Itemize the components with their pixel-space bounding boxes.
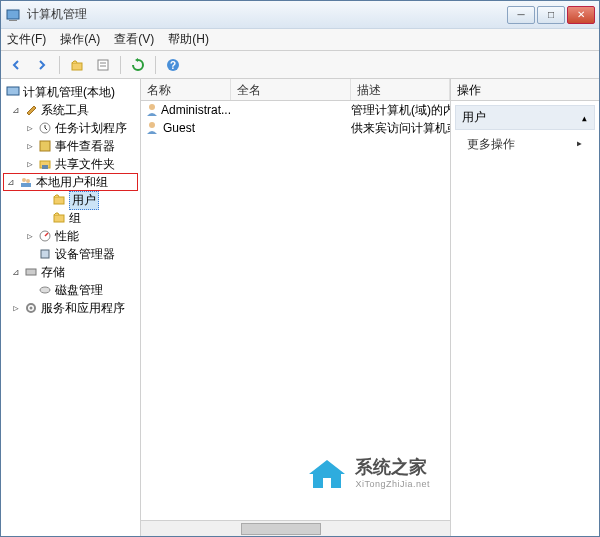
watermark-logo: 系统之家 XiTongZhiJia.net xyxy=(305,452,430,492)
list-body[interactable]: Administrat...管理计算机(域)的内置帐户Guest供来宾访问计算机… xyxy=(141,101,450,520)
folder-icon xyxy=(51,210,67,226)
svg-rect-2 xyxy=(72,63,82,70)
shared-folder-icon xyxy=(37,156,53,172)
navigation-tree[interactable]: 计算机管理(本地) ⊿ 系统工具 ▷ 任务计划程序 ▷ 事件查看器 ▷ 共享文件… xyxy=(1,79,141,536)
collapse-icon[interactable]: ⊿ xyxy=(11,105,21,115)
toolbar-separator xyxy=(59,56,60,74)
svg-rect-0 xyxy=(7,10,19,19)
horizontal-scrollbar[interactable] xyxy=(141,520,450,536)
svg-text:?: ? xyxy=(170,60,176,71)
device-icon xyxy=(37,246,53,262)
expand-icon[interactable]: ▷ xyxy=(25,141,35,151)
tree-device-manager[interactable]: 设备管理器 xyxy=(3,245,138,263)
actions-header: 操作 xyxy=(451,79,599,101)
list-item[interactable]: Guest供来宾访问计算机或访问域 xyxy=(141,119,450,137)
titlebar[interactable]: 计算机管理 ─ □ ✕ xyxy=(1,1,599,29)
tree-storage[interactable]: ⊿ 存储 xyxy=(3,263,138,281)
list-header: 名称 全名 描述 xyxy=(141,79,450,101)
tree-task-scheduler[interactable]: ▷ 任务计划程序 xyxy=(3,119,138,137)
toolbar-separator xyxy=(155,56,156,74)
app-window: 计算机管理 ─ □ ✕ 文件(F) 操作(A) 查看(V) 帮助(H) ? 计算… xyxy=(0,0,600,537)
maximize-button[interactable]: □ xyxy=(537,6,565,24)
svg-rect-26 xyxy=(323,478,331,488)
tree-performance[interactable]: ▷ 性能 xyxy=(3,227,138,245)
window-title: 计算机管理 xyxy=(27,6,507,23)
expand-icon[interactable]: ▷ xyxy=(11,303,21,313)
collapse-icon[interactable]: ⊿ xyxy=(6,177,16,187)
svg-rect-17 xyxy=(54,215,64,222)
svg-rect-15 xyxy=(21,183,31,187)
tree-event-viewer[interactable]: ▷ 事件查看器 xyxy=(3,137,138,155)
help-button[interactable]: ? xyxy=(162,54,184,76)
svg-rect-8 xyxy=(7,87,19,95)
tree-shared-folders[interactable]: ▷ 共享文件夹 xyxy=(3,155,138,173)
column-fullname[interactable]: 全名 xyxy=(231,79,351,100)
menu-action[interactable]: 操作(A) xyxy=(60,31,100,48)
svg-rect-12 xyxy=(42,165,48,169)
list-item[interactable]: Administrat...管理计算机(域)的内置帐户 xyxy=(141,101,450,119)
tree-groups[interactable]: 组 xyxy=(3,209,138,227)
svg-rect-20 xyxy=(26,269,36,275)
svg-point-21 xyxy=(40,287,50,293)
event-icon xyxy=(37,138,53,154)
expand-icon[interactable]: ▷ xyxy=(25,159,35,169)
watermark-cn: 系统之家 xyxy=(355,455,430,479)
menubar: 文件(F) 操作(A) 查看(V) 帮助(H) xyxy=(1,29,599,51)
svg-rect-10 xyxy=(40,141,50,151)
tree-root[interactable]: 计算机管理(本地) xyxy=(3,83,138,101)
menu-file[interactable]: 文件(F) xyxy=(7,31,46,48)
menu-help[interactable]: 帮助(H) xyxy=(168,31,209,48)
back-button[interactable] xyxy=(5,54,27,76)
expand-icon[interactable]: ▷ xyxy=(25,231,35,241)
forward-button[interactable] xyxy=(31,54,53,76)
tree-local-users-groups[interactable]: ⊿ 本地用户和组 xyxy=(3,173,138,191)
folder-icon xyxy=(51,192,67,208)
user-icon xyxy=(145,102,159,118)
list-panel: 名称 全名 描述 Administrat...管理计算机(域)的内置帐户Gues… xyxy=(141,79,451,536)
svg-rect-3 xyxy=(98,60,108,70)
svg-rect-1 xyxy=(9,20,17,21)
column-name[interactable]: 名称 xyxy=(141,79,231,100)
user-icon xyxy=(145,120,161,136)
computer-icon xyxy=(5,84,21,100)
tree-users[interactable]: 用户 xyxy=(3,191,138,209)
properties-button[interactable] xyxy=(92,54,114,76)
actions-panel: 操作 用户 ▴ 更多操作 ▸ xyxy=(451,79,599,536)
tree-system-tools[interactable]: ⊿ 系统工具 xyxy=(3,101,138,119)
performance-icon xyxy=(37,228,53,244)
svg-point-25 xyxy=(149,122,155,128)
chevron-right-icon: ▸ xyxy=(576,136,583,150)
storage-icon xyxy=(23,264,39,280)
toolbar: ? xyxy=(1,51,599,79)
watermark-en: XiTongZhiJia.net xyxy=(355,479,430,489)
chevron-up-icon: ▴ xyxy=(581,111,588,125)
svg-point-23 xyxy=(30,307,33,310)
svg-rect-16 xyxy=(54,197,64,204)
app-icon xyxy=(5,7,21,23)
disk-icon xyxy=(37,282,53,298)
close-button[interactable]: ✕ xyxy=(567,6,595,24)
actions-section-title[interactable]: 用户 ▴ xyxy=(455,105,595,130)
content-area: 计算机管理(本地) ⊿ 系统工具 ▷ 任务计划程序 ▷ 事件查看器 ▷ 共享文件… xyxy=(1,79,599,536)
column-description[interactable]: 描述 xyxy=(351,79,450,100)
menu-view[interactable]: 查看(V) xyxy=(114,31,154,48)
minimize-button[interactable]: ─ xyxy=(507,6,535,24)
svg-point-14 xyxy=(26,179,30,183)
refresh-button[interactable] xyxy=(127,54,149,76)
toolbar-separator xyxy=(120,56,121,74)
services-icon xyxy=(23,300,39,316)
svg-rect-19 xyxy=(41,250,49,258)
tree-services-apps[interactable]: ▷ 服务和应用程序 xyxy=(3,299,138,317)
clock-icon xyxy=(37,120,53,136)
action-more[interactable]: 更多操作 ▸ xyxy=(455,130,595,159)
expand-icon[interactable]: ▷ xyxy=(25,123,35,133)
svg-point-13 xyxy=(22,178,26,182)
users-group-icon xyxy=(18,174,34,190)
scrollbar-thumb[interactable] xyxy=(241,523,321,535)
tools-icon xyxy=(23,102,39,118)
tree-disk-management[interactable]: 磁盘管理 xyxy=(3,281,138,299)
collapse-icon[interactable]: ⊿ xyxy=(11,267,21,277)
svg-point-24 xyxy=(149,104,155,110)
up-button[interactable] xyxy=(66,54,88,76)
